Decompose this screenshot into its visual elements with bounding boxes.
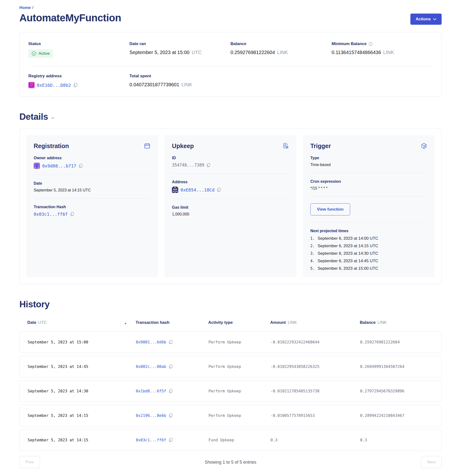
column-header-date-label: Date <box>27 320 36 325</box>
list-item: 2.September 6, 2023 at 14:15 UTC <box>310 244 427 248</box>
divider <box>310 196 427 196</box>
view-function-button[interactable]: View function <box>310 203 350 215</box>
transaction-hash-link[interactable]: 0x9001...6d6b <box>136 340 166 344</box>
info-icon[interactable] <box>369 42 373 46</box>
row-balance: 0.3 <box>360 438 441 442</box>
divider <box>34 198 151 198</box>
transaction-hash-link[interactable]: 0x082c...00ab <box>136 364 166 369</box>
showing-entries-text: Showing 1 to 5 of 5 entries <box>205 460 256 465</box>
transaction-hash-link[interactable]: 0x1bd8...6f5f <box>136 389 166 393</box>
copy-icon[interactable] <box>169 413 173 418</box>
column-header-balance[interactable]: Balance LINK <box>360 320 442 325</box>
copy-icon[interactable] <box>206 163 210 168</box>
sort-icon[interactable] <box>124 321 127 324</box>
trigger-heading: Trigger <box>310 143 331 150</box>
list-item-text: September 6, 2023 at 14:30 UTC <box>318 251 378 256</box>
upkeep-card: Upkeep ID 354748...7389 Address 0xE854..… <box>165 135 296 277</box>
status-value: Active <box>39 51 50 56</box>
trigger-card: Trigger Type Time-based Cron expression … <box>303 135 435 277</box>
copy-icon[interactable] <box>78 164 82 168</box>
list-item-number: 3. <box>310 251 315 256</box>
column-header-date-timezone: UTC <box>38 320 47 325</box>
owner-address-link[interactable]: 0x9d08...b717 <box>42 163 76 169</box>
next-projected-times-list: 1.September 6, 2023 at 14:00 UTC 2.Septe… <box>310 236 427 271</box>
row-hash: 0x9001...6d6b <box>136 340 208 344</box>
status-label: Status <box>28 42 130 46</box>
min-balance-unit: LINK <box>383 50 394 55</box>
upkeep-id-label: ID <box>172 156 289 160</box>
column-header-balance-label: Balance <box>360 320 376 325</box>
list-item-text: September 6, 2023 at 14:00 UTC <box>318 236 378 241</box>
column-header-hash[interactable]: Transaction hash <box>136 320 208 325</box>
check-circle-icon <box>32 51 36 56</box>
trigger-type-label: Type <box>310 156 427 160</box>
history-section-head: History <box>19 299 442 309</box>
title-row: AutomateMyFunction Actions <box>19 12 442 25</box>
breadcrumb: Home/ <box>19 5 442 10</box>
transaction-hash-link[interactable]: 0x2196...8e6b <box>136 413 166 418</box>
list-item: 5.September 6, 2023 at 15:00 UTC <box>310 266 427 271</box>
row-amount: -0.010212785405135738 <box>271 389 360 393</box>
upkeep-address-link[interactable]: 0xE854...18Cd <box>180 187 214 192</box>
transaction-hash-label: Transaction Hash <box>34 205 151 209</box>
copy-icon[interactable] <box>70 212 74 216</box>
overview-divider <box>28 66 433 66</box>
next-projected-times-label: Next projected times <box>310 229 427 233</box>
copy-icon[interactable] <box>169 438 173 442</box>
row-balance: 0.27972945670329896 <box>360 389 441 393</box>
cron-expression-label: Cron expression <box>310 179 427 184</box>
row-balance: 0.259276981222604 <box>360 340 441 344</box>
overview-row-2: Registry address 0xE16D...D8b2 Total spe… <box>28 74 433 88</box>
page-title: AutomateMyFunction <box>19 12 121 24</box>
row-amount: -0.0100577578915653 <box>271 413 360 418</box>
row-activity: Perform Upkeep <box>208 340 271 344</box>
balance-label: Balance <box>230 42 332 46</box>
date-ran-label: Date ran <box>130 42 231 46</box>
history-heading: History <box>19 299 50 309</box>
list-item: 4.September 6, 2023 at 14:45 UTC <box>310 259 427 264</box>
balance-field: Balance 0.259276981222604 LINK <box>230 42 332 58</box>
overview-card: Status Active Date ran September 5, 2023… <box>19 32 442 97</box>
list-item-text: September 6, 2023 at 14:15 UTC <box>318 244 378 248</box>
next-button[interactable]: Next <box>421 456 442 468</box>
row-amount: -0.010222932422468644 <box>271 340 360 344</box>
collapse-caret-icon[interactable] <box>51 117 54 119</box>
row-date: September 5, 2023 at 14:15 <box>28 438 136 442</box>
details-panel: Registration Owner address 0x9d08...b717… <box>19 128 442 284</box>
row-date: September 5, 2023 at 14:15 <box>28 413 136 418</box>
row-activity: Fund Upkeep <box>208 438 271 442</box>
gas-limit-value: 1,000,000 <box>172 212 189 216</box>
date-ran-timezone: UTC <box>191 50 201 55</box>
document-gear-icon <box>282 143 289 149</box>
row-hash: 0x03c1...ff6f <box>136 438 208 442</box>
copy-icon[interactable] <box>169 340 173 344</box>
history-table-header: Date UTC Transaction hash Activity type … <box>19 320 442 331</box>
list-item: 3.September 6, 2023 at 14:30 UTC <box>310 251 427 256</box>
registry-address-link[interactable]: 0xE16D...D8b2 <box>37 83 71 88</box>
copy-icon[interactable] <box>73 83 77 87</box>
total-spent-label: Total spent <box>130 74 231 78</box>
transaction-hash-link[interactable]: 0x03c1...ff6f <box>34 212 68 217</box>
column-header-amount[interactable]: Amount LINK <box>270 320 360 325</box>
total-spent-value: 0.04072301877739601 <box>130 82 179 87</box>
table-row: September 5, 2023 at 14:30 0x1bd8...6f5f… <box>19 380 442 402</box>
row-hash: 0x082c...00ab <box>136 364 208 369</box>
column-header-hash-label: Transaction hash <box>136 320 170 325</box>
actions-button[interactable]: Actions <box>410 14 442 25</box>
breadcrumb-home-link[interactable]: Home <box>19 5 31 10</box>
row-amount: 0.3 <box>271 438 360 442</box>
column-header-date[interactable]: Date UTC <box>27 320 136 325</box>
balance-unit: LINK <box>277 50 288 55</box>
copy-icon[interactable] <box>169 389 173 393</box>
registry-identicon <box>28 82 35 88</box>
copy-icon[interactable] <box>217 187 221 192</box>
list-item-number: 4. <box>310 259 315 263</box>
list-item-number: 5. <box>310 266 315 271</box>
upkeep-address-label: Address <box>172 180 289 184</box>
column-header-activity[interactable]: Activity type <box>208 320 270 325</box>
prev-button[interactable]: Prev <box>19 456 40 468</box>
copy-icon[interactable] <box>169 364 173 369</box>
transaction-hash-link[interactable]: 0x03c1...ff6f <box>136 438 166 442</box>
registration-date-value: September 5, 2023 at 14:15 UTC <box>34 188 91 192</box>
list-item-number: 1. <box>310 236 315 241</box>
